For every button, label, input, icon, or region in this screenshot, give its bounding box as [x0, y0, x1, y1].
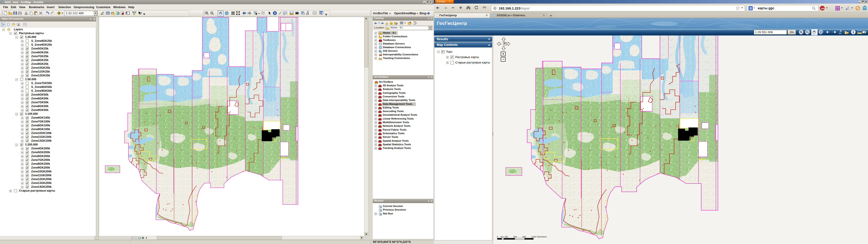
- svg-text:302: 302: [504, 236, 508, 238]
- svg-text:XY: XY: [839, 32, 842, 35]
- svg-text:1208: 1208: [531, 236, 536, 238]
- svg-text:Kilometers: Kilometers: [537, 236, 547, 238]
- svg-text:XY: XY: [306, 13, 309, 15]
- svg-text:151: 151: [500, 236, 504, 238]
- svg-text:ABP: ABP: [821, 7, 825, 10]
- svg-text:906: 906: [522, 236, 526, 238]
- svg-text:?: ?: [140, 12, 142, 15]
- svg-text:0: 0: [497, 236, 498, 238]
- svg-text:604: 604: [513, 236, 517, 238]
